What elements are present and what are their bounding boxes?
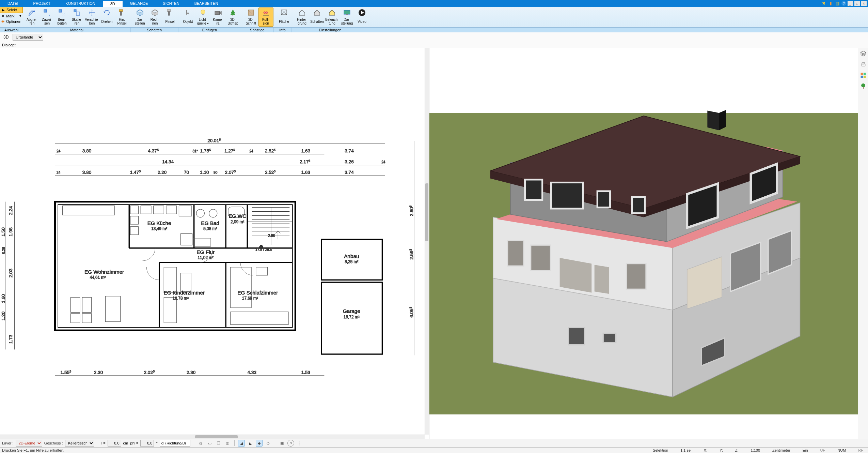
snap-icon-4[interactable]: ◇ [265, 440, 271, 447]
phi-input[interactable] [140, 440, 154, 447]
2d-scrollbar-h[interactable] [0, 435, 425, 439]
mark-button[interactable]: ✕Mark.▾ [0, 13, 23, 19]
ribbon-btn-objekt[interactable]: Objekt [180, 7, 195, 27]
3d-viewport[interactable] [429, 48, 858, 439]
svg-marker-163 [719, 110, 726, 131]
ribbon-btn-hinpinsel[interactable]: Hin.Pinsel [114, 7, 129, 27]
svg-marker-180 [594, 265, 609, 294]
ribbon-btn-rechnen[interactable]: Rech-nen [147, 7, 162, 27]
north-icon[interactable]: N [287, 440, 294, 447]
ribbon-btn-beleuchtung[interactable]: Beleuch-tung [325, 7, 340, 27]
svg-rect-177 [603, 333, 616, 343]
svg-text:24: 24 [249, 149, 253, 153]
ribbon-btn-skalieren[interactable]: Skalie-ren [69, 7, 84, 27]
menu-sichten[interactable]: SICHTEN [155, 0, 187, 7]
tool-icon-3[interactable]: ▥ [835, 1, 840, 6]
ribbon-btn-bearbeiten[interactable]: Bear-beiten [54, 7, 69, 27]
terrain-select[interactable]: Urgelände [13, 34, 43, 41]
ribbon-btn-dschnitt[interactable]: 3D-Schnitt [243, 7, 258, 27]
left-tools: ▶Selekt ✕Mark.▾ ✚Optionen [0, 7, 23, 27]
group-title-sonstige: Sonstige [241, 28, 274, 32]
geschoss-label: Geschoss : [44, 441, 63, 445]
section-icon [247, 9, 255, 17]
svg-text:44,61 m²: 44,61 m² [90, 275, 106, 280]
menu-3d[interactable]: 3D [103, 0, 123, 7]
plants-icon[interactable] [860, 83, 867, 90]
menu-datei[interactable]: DATEI [0, 0, 26, 7]
maximize-button[interactable]: □ [854, 1, 860, 6]
3d-render [429, 48, 858, 439]
ribbon-btn-zuweisen[interactable]: Zuwei-sen [40, 7, 54, 27]
material-palette-icon[interactable] [860, 72, 867, 79]
svg-text:2.59⁵: 2.59⁵ [409, 248, 414, 259]
tool-icon-1[interactable]: ✖ [821, 1, 826, 6]
ribbon-btn-kamera[interactable]: Kame-ra [210, 7, 225, 27]
ribbon-btn-schatten[interactable]: Schatten [310, 7, 325, 27]
layers-icon[interactable] [860, 50, 867, 57]
status-x: X: [701, 448, 710, 452]
close-button[interactable]: × [861, 1, 867, 6]
status-bar: Drücken Sie F1, um Hilfe zu erhalten. Se… [0, 447, 868, 453]
scale-icon [73, 9, 81, 17]
menu-bar: DATEI PROJEKT KONSTRUKTION 3D GELÄNDE SI… [0, 0, 868, 7]
snap-icon-1[interactable]: ◢ [238, 440, 245, 447]
ribbon-btn-video[interactable]: Video [354, 7, 369, 27]
ribbon-btn-dbitmap[interactable]: 3D-Bitmap [225, 7, 240, 27]
svg-text:2.80⁵: 2.80⁵ [409, 205, 414, 216]
tb-icon-2[interactable]: ▭ [206, 440, 213, 447]
svg-text:14.34: 14.34 [162, 159, 174, 164]
ribbon-btn-verschieben[interactable]: Verschie-ben [84, 7, 99, 27]
group-title-info: Info [274, 28, 291, 32]
svg-text:11,02 m²: 11,02 m² [198, 255, 214, 260]
ribbon-btn-drehen[interactable]: Drehen [99, 7, 114, 27]
2d-viewport[interactable]: 20.01⁵ 3.80 4.37⁵ 1.75⁵ 1.27⁵ 2.52⁵ 1.63… [0, 48, 429, 439]
tb-icon-4[interactable]: ◫ [224, 440, 231, 447]
layer-select[interactable]: 2D-Elemen [16, 440, 42, 447]
mode-label: 3D [2, 35, 10, 40]
house3-icon [328, 9, 336, 17]
info-icon[interactable]: ❕ [296, 440, 303, 447]
2d-scrollbar-v[interactable] [425, 48, 429, 435]
length-input[interactable] [108, 440, 121, 447]
svg-text:3.26: 3.26 [345, 159, 353, 164]
svg-text:2.52⁵: 2.52⁵ [265, 148, 276, 153]
menu-konstruktion[interactable]: KONSTRUKTION [58, 0, 102, 7]
house2-icon [313, 9, 321, 17]
snap-icon-3[interactable]: ◆ [256, 440, 263, 447]
dl-input[interactable] [160, 440, 190, 447]
area-icon [280, 9, 288, 17]
brush-icon [118, 9, 126, 17]
rotate-icon [103, 9, 111, 17]
snap-icon-2[interactable]: ◣ [247, 440, 254, 447]
ribbon-btn-darstellung[interactable]: Dar-stellung [340, 7, 354, 27]
furniture-icon[interactable] [860, 61, 867, 68]
menu-bearbeiten[interactable]: BEARBEITEN [187, 0, 226, 7]
bottom-toolbar: Layer : 2D-Elemen Geschoss : Kellergesch… [0, 439, 868, 447]
ribbon-btn-abgreifen[interactable]: Abgrei-fen [25, 7, 40, 27]
menu-gelaende[interactable]: GELÄNDE [123, 0, 156, 7]
ribbon-btn-hintergrund[interactable]: Hinter-grund [295, 7, 310, 27]
tb-icon-3[interactable]: ❐ [215, 440, 222, 447]
svg-text:4.33: 4.33 [248, 370, 256, 375]
svg-rect-63 [55, 202, 296, 331]
optionen-button[interactable]: ✚Optionen [0, 19, 23, 24]
minimize-button[interactable]: _ [848, 1, 853, 6]
ribbon-btn-lichtquelle[interactable]: Licht-quelle ▾ [195, 7, 210, 27]
clock-icon[interactable]: ◷ [198, 440, 204, 447]
status-ein: Ein [800, 448, 811, 452]
ribbon-btn-darstellen[interactable]: Dar-stellen [132, 7, 147, 27]
grid-icon[interactable]: ▦ [279, 440, 285, 447]
eyedrop-icon [28, 9, 36, 17]
tool-icon-2[interactable]: ▮ [828, 1, 833, 6]
ribbon-btn-kollision[interactable]: Kolli-sion [258, 7, 273, 27]
camera-icon [214, 9, 222, 17]
selekt-button[interactable]: ▶Selekt [0, 7, 23, 13]
menu-projekt[interactable]: PROJEKT [26, 0, 58, 7]
dialoge-bar: Dialoge: [0, 42, 868, 48]
phi-label: phi = [130, 441, 138, 445]
ribbon-btn-flche[interactable]: Fläche [277, 7, 291, 27]
svg-text:1.63: 1.63 [301, 170, 310, 175]
geschoss-select[interactable]: Kellergesch [65, 440, 94, 447]
help-icon[interactable]: ? [841, 1, 846, 6]
ribbon-btn-pinsel[interactable]: Pinsel [162, 7, 177, 27]
